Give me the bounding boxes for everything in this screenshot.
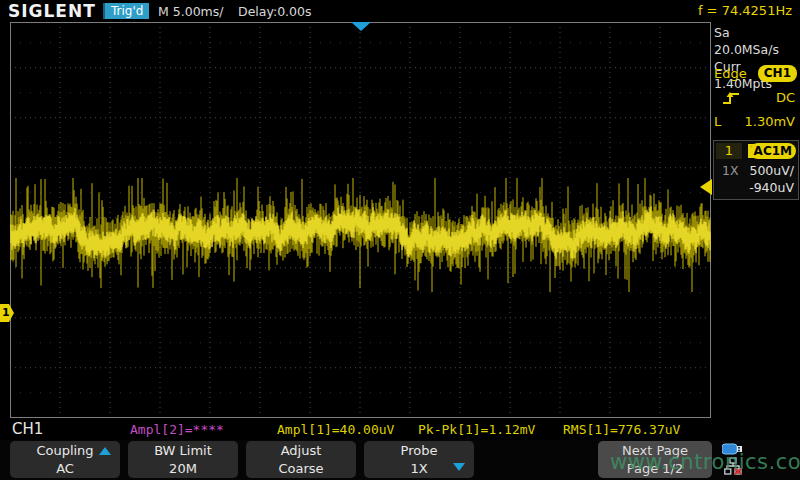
ch1-coupling-badge: AC1M — [750, 143, 796, 159]
trigger-coupling: DC — [776, 86, 795, 110]
softkey-menu-bar: Coupling AC BW Limit 20M Adjust Coarse P… — [0, 440, 800, 480]
timebase-readout[interactable]: M 5.00ms/ — [158, 4, 224, 19]
softkey-coupling[interactable]: Coupling AC — [10, 441, 120, 478]
softkey-bw-limit-label: BW Limit — [128, 442, 238, 460]
brand-logo: SIGLENT — [8, 1, 96, 21]
trigger-mode: Edge — [714, 66, 747, 81]
ch1-probe: 1X — [722, 163, 739, 178]
softkey-adjust-value: Coarse — [246, 460, 356, 478]
softkey-probe[interactable]: Probe 1X — [364, 441, 474, 478]
softkey-bw-limit[interactable]: BW Limit 20M — [128, 441, 238, 478]
measurement-rms: RMS[1]=776.37uV — [563, 422, 680, 437]
ch1-number: 1 — [716, 143, 742, 159]
trigger-level-value: 1.30mV — [744, 110, 795, 134]
softkey-next-page-value: Page 1/2 — [598, 460, 712, 478]
trigger-info[interactable]: Edge CH1 DC L 1.30mV — [714, 62, 798, 134]
graticule-and-trace — [0, 22, 712, 418]
trigger-status-badge: Trig'd — [103, 3, 149, 19]
chevron-up-icon — [99, 447, 111, 455]
delay-readout[interactable]: Delay:0.00s — [238, 4, 312, 19]
chevron-down-icon — [453, 463, 465, 471]
softkey-coupling-value: AC — [10, 460, 120, 478]
header-bar: SIGLENT Trig'd M 5.00ms/ Delay:0.00s f =… — [0, 0, 800, 22]
lan-disconnected-icon — [724, 457, 742, 475]
sample-rate: Sa 20.0MSa/s — [714, 24, 798, 58]
measurement-channel-label: CH1 — [12, 420, 43, 438]
frequency-counter: f = 74.4251Hz — [698, 3, 792, 18]
softkey-next-page[interactable]: Next Page Page 1/2 — [598, 441, 712, 478]
usb-icon — [722, 443, 744, 455]
trigger-level-marker[interactable] — [700, 179, 712, 195]
trigger-level-label: L — [714, 114, 721, 129]
ch1-volts-per-div: 500uV/ — [749, 163, 794, 178]
softkey-adjust[interactable]: Adjust Coarse — [246, 441, 356, 478]
rising-edge-icon — [722, 90, 742, 106]
waveform-display-area: 1 — [0, 22, 712, 418]
oscilloscope-screen: SIGLENT Trig'd M 5.00ms/ Delay:0.00s f =… — [0, 0, 800, 480]
sidebar: Sa 20.0MSa/s Curr 1.40Mpts Edge CH1 DC L… — [712, 22, 800, 418]
softkey-bw-limit-value: 20M — [128, 460, 238, 478]
measurement-pkpk: Pk-Pk[1]=1.12mV — [418, 422, 535, 437]
softkey-next-page-label: Next Page — [598, 442, 712, 460]
softkey-probe-label: Probe — [364, 442, 474, 460]
trigger-position-marker[interactable] — [351, 22, 371, 31]
trigger-source-badge: CH1 — [758, 65, 797, 82]
softkey-adjust-label: Adjust — [246, 442, 356, 460]
ch1-info-box[interactable]: 1 B AC1M 1X 500uV/ -940uV — [713, 140, 799, 200]
measurement-bar: CH1 Ampl[2]=**** Ampl[1]=40.00uV Pk-Pk[1… — [0, 418, 800, 440]
measurement-ampl2: Ampl[2]=**** — [130, 422, 224, 437]
ch1-offset: -940uV — [749, 180, 794, 195]
measurement-ampl1: Ampl[1]=40.00uV — [277, 422, 394, 437]
